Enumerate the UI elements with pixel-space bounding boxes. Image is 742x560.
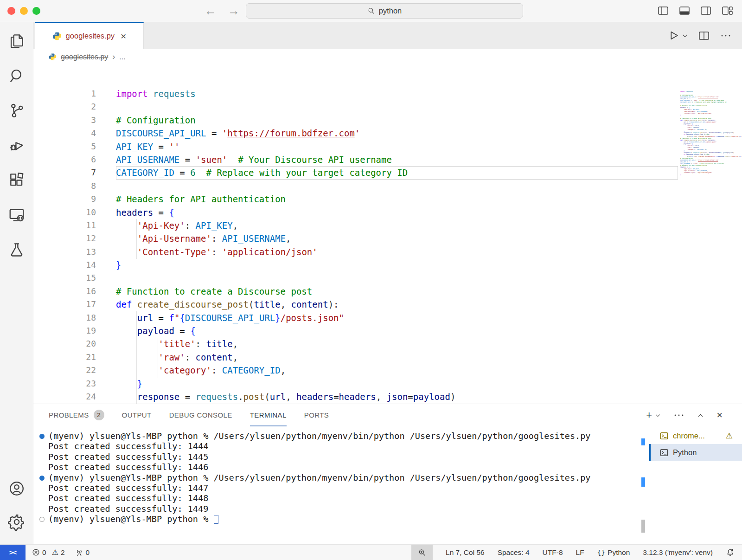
language-mode[interactable]: {} Python [597, 548, 630, 557]
close-tab-icon[interactable]: × [121, 31, 126, 41]
bell-notification-icon[interactable] [726, 548, 735, 557]
tab-debug-console[interactable]: DEBUG CONSOLE [169, 404, 232, 426]
cursor-position[interactable]: Ln 7, Col 56 [446, 548, 485, 557]
code-line[interactable]: import requests [116, 87, 678, 100]
testing-icon[interactable] [6, 238, 28, 261]
eol-sequence[interactable]: LF [576, 548, 584, 557]
tab-output[interactable]: OUTPUT [122, 404, 152, 426]
code-line[interactable]: 'raw': content, [116, 351, 678, 364]
tab-filename: googlesites.py [66, 32, 115, 40]
account-icon[interactable] [6, 477, 28, 500]
zoom-window-button[interactable] [32, 7, 40, 15]
close-window-button[interactable] [7, 7, 15, 15]
indentation[interactable]: Spaces: 4 [498, 548, 530, 557]
command-decoration-icon[interactable] [39, 434, 45, 439]
terminal-dropdown-chevron-icon[interactable] [655, 412, 661, 418]
run-dropdown-chevron-icon[interactable] [682, 32, 688, 39]
code-line[interactable]: API_KEY = '' [116, 140, 678, 153]
explorer-icon[interactable] [6, 30, 28, 52]
forward-button[interactable]: → [226, 2, 241, 19]
code-line[interactable]: 'Api-Key': API_KEY, [116, 219, 678, 232]
remote-explorer-icon[interactable] [6, 204, 28, 226]
back-button[interactable]: ← [203, 2, 218, 19]
line-number: 24 [67, 390, 96, 403]
command-decoration-icon[interactable] [39, 476, 45, 481]
line-number: 17 [67, 298, 96, 311]
code-line[interactable]: API_USERNAME = 'suen' # Your Discourse A… [116, 153, 678, 166]
python-file-icon [52, 32, 62, 41]
tab-ports[interactable]: PORTS [304, 404, 329, 426]
minimap[interactable]: import requests# ConfigurationDISCOURSE_… [680, 91, 742, 176]
terminal-line: Post created successfully: 1444 [33, 441, 626, 451]
code-line[interactable]: # Headers for API authentication [116, 193, 678, 206]
tab-terminal[interactable]: TERMINAL [250, 404, 287, 426]
line-number: 15 [67, 271, 96, 284]
maximize-panel-icon[interactable] [697, 412, 704, 419]
new-terminal-icon[interactable]: + [646, 410, 652, 420]
code-line[interactable]: def create_discourse_post(title, content… [116, 298, 678, 311]
prompt-decoration-icon[interactable] [39, 517, 45, 522]
more-actions-icon[interactable] [720, 31, 732, 41]
code-editor[interactable]: 1234567891011121314151617181920212223242… [67, 87, 742, 426]
panel-more-actions-icon[interactable] [673, 411, 684, 420]
ports-status[interactable]: 0 [75, 548, 90, 557]
terminal-text: Post created successfully: 1445 [48, 452, 208, 462]
code-line[interactable]: 'Api-Username': API_USERNAME, [116, 232, 678, 245]
breadcrumb-symbol[interactable]: ... [119, 53, 125, 61]
command-center-search[interactable]: python [246, 3, 523, 19]
code-line[interactable]: response = requests.post(url, headers=he… [116, 390, 678, 403]
run-python-file-icon[interactable] [668, 30, 679, 41]
code-line[interactable] [116, 271, 678, 284]
toggle-panel-icon[interactable] [679, 6, 690, 16]
split-editor-icon[interactable] [698, 31, 710, 41]
code-line[interactable]: DISCOURSE_API_URL = 'https://forum.bdfze… [116, 127, 678, 140]
code-line[interactable]: # Configuration [116, 114, 678, 127]
error-icon [32, 548, 40, 556]
code-line[interactable]: payload = { [116, 324, 678, 337]
code-line[interactable]: } [116, 377, 678, 390]
terminal-output[interactable]: (myenv) ylsuen@Yls-MBP python % /Users/y… [33, 431, 626, 544]
settings-gear-icon[interactable] [6, 511, 28, 533]
search-icon[interactable] [6, 64, 28, 87]
toggle-secondary-sidebar-icon[interactable] [700, 6, 711, 16]
terminal-list-item-chrome[interactable]: chrome... ⚠ [649, 427, 742, 444]
run-debug-icon[interactable] [6, 134, 28, 156]
code-line[interactable]: headers = { [116, 206, 678, 219]
code-line[interactable]: 'category': CATEGORY_ID, [116, 364, 678, 377]
code-line[interactable]: } [116, 258, 678, 271]
terminal-icon [659, 448, 669, 457]
terminal-command-mark [641, 438, 645, 445]
code-line[interactable]: # Function to create a Discourse post [116, 285, 678, 298]
code-line[interactable]: 'title': title, [116, 337, 678, 350]
terminal-text: Post created successfully: 1446 [48, 462, 208, 472]
traffic-lights [7, 7, 40, 15]
code-line[interactable] [116, 180, 678, 193]
tab-problems[interactable]: PROBLEMS 2 [49, 404, 104, 426]
code-line[interactable] [116, 100, 678, 113]
code-line-current[interactable]: CATEGORY_ID = 6 # Replace with your targ… [116, 166, 678, 179]
terminal-list-item-python[interactable]: Python [649, 444, 742, 461]
status-bar: >< 0 ⚠ 2 0 Ln 7, Col 56 Spaces: 4 UTF-8 … [0, 544, 742, 560]
warning-icon: ⚠ [726, 431, 733, 441]
tab-googlesites[interactable]: googlesites.py × [35, 22, 144, 49]
close-panel-icon[interactable]: × [716, 410, 723, 420]
toggle-sidebar-icon[interactable] [658, 6, 669, 16]
problems-status[interactable]: 0 ⚠ 2 [32, 548, 65, 557]
source-control-icon[interactable] [6, 99, 28, 122]
terminal-scrollbar-thumb[interactable] [641, 520, 645, 533]
extensions-icon[interactable] [6, 169, 28, 191]
breadcrumb-filename[interactable]: googlesites.py [61, 53, 108, 61]
zoom-indicator[interactable] [411, 545, 433, 560]
customize-layout-icon[interactable] [722, 6, 733, 16]
remote-indicator[interactable]: >< [0, 545, 26, 560]
code-line[interactable]: url = f"{DISCOURSE_API_URL}/posts.json" [116, 311, 678, 324]
breadcrumb: googlesites.py › ... [33, 49, 742, 65]
tab-strip: googlesites.py × [33, 22, 742, 49]
minimize-window-button[interactable] [20, 7, 28, 15]
line-number: 10 [67, 206, 96, 219]
line-number: 6 [67, 153, 96, 166]
code-line[interactable]: 'Content-Type': 'application/json' [116, 245, 678, 258]
encoding[interactable]: UTF-8 [543, 548, 563, 557]
line-number: 4 [67, 127, 96, 140]
python-interpreter[interactable]: 3.12.3 ('myenv': venv) [643, 548, 713, 557]
